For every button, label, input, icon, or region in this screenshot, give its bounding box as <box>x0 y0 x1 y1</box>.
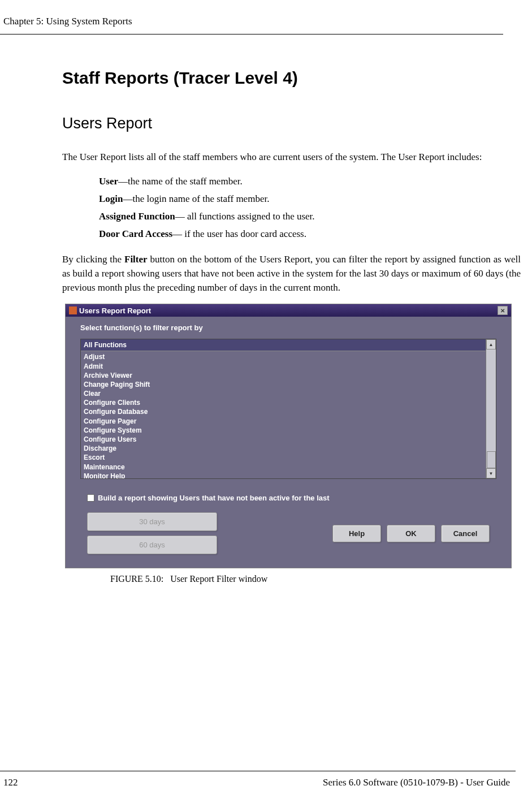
list-item[interactable]: Configure Pager <box>84 417 483 426</box>
scroll-thumb[interactable] <box>487 451 496 468</box>
app-icon <box>69 306 77 314</box>
section-heading-1: Staff Reports (Tracer Level 4) <box>62 68 521 88</box>
page-footer: 122 Series 6.0 Software (0510-1079-B) - … <box>0 771 516 788</box>
inactive-users-checkbox[interactable] <box>87 494 94 502</box>
bullet-list: User—the name of the staff member. Login… <box>62 174 521 242</box>
list-item[interactable]: Monitor Help <box>84 472 483 479</box>
list-item[interactable]: Change Paging Shift <box>84 380 483 389</box>
section-heading-2: Users Report <box>62 115 521 132</box>
ok-button[interactable]: OK <box>387 525 435 542</box>
list-item[interactable]: Configure Clients <box>84 398 483 407</box>
filter-label: Select function(s) to filter report by <box>80 323 496 332</box>
cancel-button[interactable]: Cancel <box>441 525 490 542</box>
intro-paragraph: The User Report lists all of the staff m… <box>62 150 521 165</box>
list-item[interactable]: Maintenance <box>84 463 483 472</box>
30-days-button[interactable]: 30 days <box>87 512 217 531</box>
bullet-item: User—the name of the staff member. <box>99 174 521 189</box>
bullet-item: Assigned Function— all functions assigne… <box>99 209 521 224</box>
scrollbar[interactable]: ▲ ▼ <box>486 339 496 478</box>
list-item[interactable]: Discharge <box>84 444 483 453</box>
list-item[interactable]: Escort <box>84 453 483 462</box>
dialog-screenshot: Users Report Report ✕ Select function(s)… <box>65 304 512 568</box>
60-days-button[interactable]: 60 days <box>87 536 217 554</box>
list-item[interactable]: Clear <box>84 389 483 398</box>
list-item[interactable]: Adjust <box>84 352 483 361</box>
bullet-item: Login—the login name of the staff member… <box>99 191 521 206</box>
dialog-title: Users Report Report <box>79 306 151 315</box>
dialog-titlebar: Users Report Report ✕ <box>66 304 511 317</box>
footer-title: Series 6.0 Software (0510-1079-B) - User… <box>323 777 510 788</box>
scroll-down-icon[interactable]: ▼ <box>486 468 496 478</box>
checkbox-label: Build a report showing Users that have n… <box>98 494 330 502</box>
help-button[interactable]: Help <box>332 525 381 542</box>
close-button[interactable]: ✕ <box>498 306 508 315</box>
list-item[interactable]: Archive Viewer <box>84 371 483 380</box>
bullet-item: Door Card Access— if the user has door c… <box>99 226 521 241</box>
list-item[interactable]: Configure Users <box>84 435 483 444</box>
list-item[interactable]: Configure System <box>84 426 483 435</box>
list-item[interactable]: Configure Database <box>84 407 483 416</box>
scroll-up-icon[interactable]: ▲ <box>486 339 496 349</box>
list-item[interactable]: Admit <box>84 362 483 371</box>
chapter-header: Chapter 5: Using System Reports <box>0 0 503 34</box>
functions-listbox[interactable]: All Functions Adjust Admit Archive Viewe… <box>81 339 486 478</box>
filter-paragraph: By clicking the Filter button on the bot… <box>62 253 521 295</box>
list-header[interactable]: All Functions <box>81 339 486 351</box>
figure-caption: FIGURE 5.10: User Report Filter window <box>110 574 521 584</box>
page-number: 122 <box>3 777 18 788</box>
